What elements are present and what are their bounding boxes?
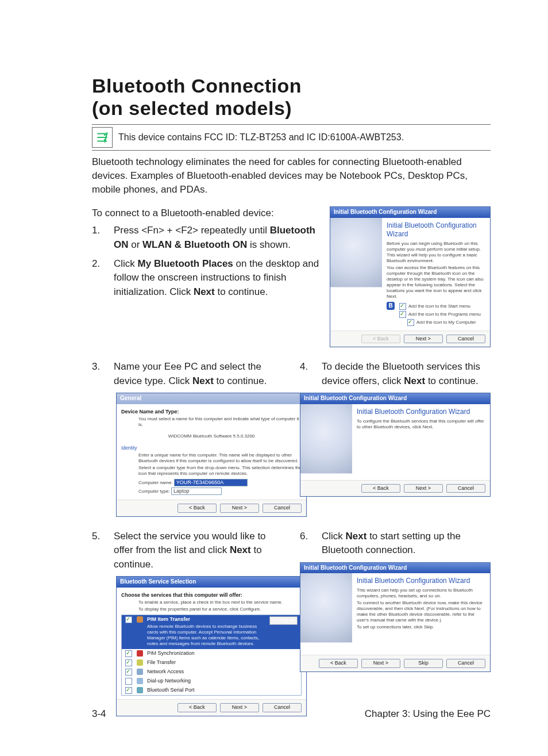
wizard-title: Initial Bluetooth Configuration Wizard — [387, 221, 485, 239]
list-item[interactable]: PIM Item Transfer Allow remote Bluetooth… — [122, 615, 301, 649]
step-text: Name your Eee PC and select the device t… — [114, 360, 283, 388]
hint-text: To enable a service, place a check in th… — [138, 600, 302, 605]
cancel-button[interactable]: Cancel — [446, 335, 485, 343]
checkbox-label: Add the icon to the Programs menu — [408, 312, 481, 317]
wizard-desc: You can access the Bluetooth features on… — [387, 265, 485, 300]
next-button[interactable]: Next > — [220, 504, 259, 512]
note-callout: This device contains FCC ID: TLZ-BT253 a… — [92, 124, 491, 151]
service-icon — [137, 659, 143, 666]
checkbox[interactable] — [125, 659, 132, 666]
hint-text: Select a computer type from the drop-dow… — [138, 465, 302, 477]
wizard-desc: To set up connections later, click Skip. — [357, 624, 485, 630]
step-text: Press <Fn> + <F2> repeatedly until Bluet… — [114, 224, 319, 252]
screenshot-service-selection: Bluetooth Service Selection Choose the s… — [116, 576, 307, 716]
step-5: 5. Select the service you would like to … — [92, 529, 283, 572]
wizard-desc: To configure the Bluetooth services that… — [357, 419, 485, 430]
checkbox[interactable] — [407, 319, 414, 326]
skip-button[interactable]: Skip — [404, 659, 443, 667]
service-list: PIM Item Transfer Allow remote Bluetooth… — [121, 615, 302, 696]
list-item[interactable]: PIM Synchronization — [122, 649, 301, 658]
hint-text: To display the properties panel for a se… — [138, 607, 302, 612]
wizard-globe-graphic — [300, 573, 352, 643]
checkbox-label: Add the icon to the Start menu — [408, 304, 470, 309]
identity-label: Identity — [121, 445, 302, 451]
cancel-button[interactable]: Cancel — [446, 484, 485, 493]
field-label: Computer name: — [138, 480, 173, 485]
computer-name-input[interactable]: YOUR-7E34D9650A — [174, 479, 248, 486]
step-2: 2. Click My Bluetooth Places on the desk… — [92, 257, 319, 300]
list-item[interactable]: Bluetooth Serial Port — [122, 686, 301, 695]
page-footer: 3-4 Chapter 3: Using the Eee PC — [92, 708, 491, 720]
window-titlebar: General — [117, 393, 306, 404]
service-desc: Allow remote Bluetooth devices to exchan… — [147, 624, 267, 647]
cancel-button[interactable]: Cancel — [263, 504, 302, 512]
wizard-globe-graphic — [300, 404, 352, 474]
back-button: < Back — [361, 335, 400, 343]
back-button[interactable]: < Back — [361, 484, 400, 493]
list-item[interactable]: File Transfer — [122, 658, 301, 667]
screenshot-setup-connection: Initial Bluetooth Configuration Wizard I… — [300, 562, 491, 672]
wizard-title: Initial Bluetooth Configuration Wizard — [357, 408, 485, 416]
wizard-desc: Before you can begin using Bluetooth on … — [387, 241, 485, 264]
next-button[interactable]: Next > — [404, 484, 443, 493]
page-title-line1: Bluetooth Connection — [92, 75, 491, 97]
service-label: Network Access — [147, 669, 184, 675]
chapter-title: Chapter 3: Using the Eee PC — [365, 708, 491, 720]
checkbox[interactable] — [399, 303, 406, 310]
wizard-title: Initial Bluetooth Configuration Wizard — [357, 577, 485, 585]
step-number: 5. — [92, 529, 103, 572]
checkbox[interactable] — [125, 650, 132, 657]
step-6: 6. Click Next to start setting up the Bl… — [300, 529, 491, 558]
step-text: Select the service you would like to off… — [114, 529, 283, 572]
intro-paragraph: Bluetooth technology eliminates the need… — [92, 155, 491, 196]
service-icon — [137, 616, 143, 623]
checkbox[interactable] — [125, 678, 132, 685]
step-text: Click My Bluetooth Places on the desktop… — [114, 257, 319, 300]
computer-type-select[interactable]: Laptop — [171, 488, 222, 495]
cancel-button[interactable]: Cancel — [446, 659, 485, 667]
window-titlebar: Initial Bluetooth Configuration Wizard — [330, 207, 490, 218]
step-number: 1. — [92, 224, 103, 252]
checkbox[interactable] — [399, 311, 406, 318]
service-icon — [137, 650, 143, 657]
step-1: 1. Press <Fn> + <F2> repeatedly until Bl… — [92, 224, 319, 252]
list-item[interactable]: Dial-up Networking — [122, 677, 301, 686]
service-label: PIM Synchronization — [147, 650, 195, 657]
hint-text: You must select a name for this computer… — [138, 416, 302, 428]
step-4: 4. To decide the Bluetooth services this… — [300, 360, 491, 388]
service-label: PIM Item Transfer — [147, 616, 190, 622]
screenshot-services-intro: Initial Bluetooth Configuration Wizard I… — [300, 393, 491, 497]
wizard-globe-graphic — [330, 218, 382, 287]
software-version: WIDCOMM Bluetooth Software 5.5.0.3200 — [121, 433, 302, 439]
step-3: 3. Name your Eee PC and select the devic… — [92, 360, 283, 388]
field-label: Computer type: — [138, 489, 170, 494]
service-label: File Transfer — [147, 659, 176, 666]
service-icon — [137, 678, 143, 684]
checkbox[interactable] — [125, 669, 132, 676]
configure-button[interactable]: Configure — [269, 616, 298, 625]
checkbox[interactable] — [125, 616, 132, 623]
step-text: To decide the Bluetooth services this de… — [322, 360, 491, 388]
wizard-desc: To connect to another Bluetooth device n… — [357, 600, 485, 623]
step-number: 4. — [300, 360, 311, 388]
screenshot-wizard-initial: Initial Bluetooth Configuration Wizard I… — [330, 206, 491, 347]
note-icon — [92, 127, 113, 148]
checkbox[interactable] — [125, 687, 132, 694]
service-icon — [137, 687, 143, 693]
back-button[interactable]: < Back — [177, 504, 217, 512]
window-titlebar: Bluetooth Service Selection — [117, 577, 306, 588]
lead-sentence: To connect to a Bluetooth-enabled device… — [92, 208, 319, 219]
step-number: 2. — [92, 257, 103, 300]
checkbox-label: Add the icon to My Computer — [416, 320, 476, 325]
list-item[interactable]: Network Access — [122, 667, 301, 677]
next-button[interactable]: Next > — [404, 335, 443, 343]
page-number: 3-4 — [92, 708, 106, 720]
note-text: This device contains FCC ID: TLZ-BT253 a… — [118, 131, 404, 144]
back-button[interactable]: < Back — [319, 659, 358, 667]
next-button[interactable]: Next > — [361, 659, 400, 667]
page-title-line2: (on selected models) — [92, 97, 491, 120]
service-label: Dial-up Networking — [147, 678, 191, 684]
service-icon — [137, 669, 143, 675]
step-number: 3. — [92, 360, 103, 388]
hint-text: Enter a unique name for this computer. T… — [138, 452, 302, 464]
